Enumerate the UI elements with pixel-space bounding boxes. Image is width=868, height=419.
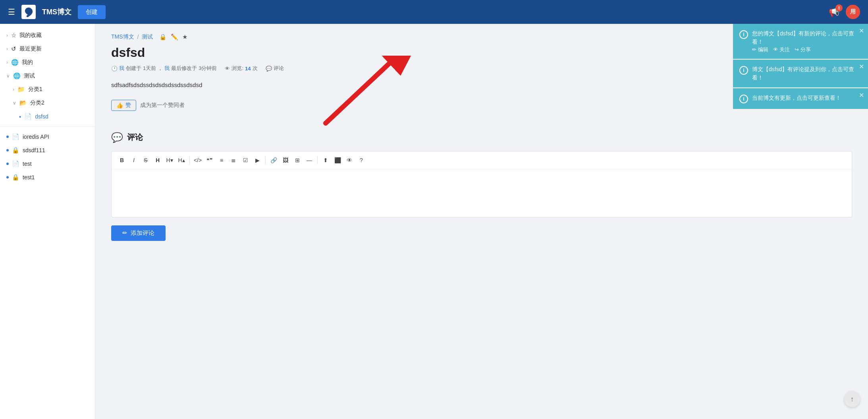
chevron-right-icon: › [6,60,8,65]
sidebar-item-sdsdf111[interactable]: 🔒 sdsdf111 [0,144,95,157]
notif-content-1: 您的博文【dsfsd】有新的评论，点击可查看！ ✏ 编辑 👁 关注 ↪ 分享 [752,29,862,53]
sidebar-item-ioredis[interactable]: 📄 ioredis API [0,130,95,144]
like-button[interactable]: 👍 赞 [111,100,136,111]
play-button[interactable]: ▶ [252,155,263,166]
scroll-to-top-button[interactable]: ↑ [844,391,860,407]
heading-button[interactable]: H [152,155,163,166]
comment-editor-body[interactable] [112,169,852,217]
like-btn-label: 赞 [125,102,131,109]
app-logo [21,5,36,19]
notif-share-btn[interactable]: ↪ 分享 [795,46,811,53]
dot-icon [6,136,9,138]
edit-icon: ✏ [122,229,127,237]
sidebar-test1-label: test1 [23,174,89,180]
notif-follow-btn[interactable]: 👁 关注 [773,46,790,53]
edit-icon[interactable]: ✏️ [171,33,178,41]
link-button[interactable]: 🔗 [268,155,279,166]
unordered-list-button[interactable]: ≡ [216,155,227,166]
up-arrow-icon: ↑ [851,395,854,403]
breadcrumb-actions: 🔒 ✏️ ★ [159,33,187,41]
star-icon[interactable]: ★ [182,33,187,41]
heading-up-button[interactable]: H▴ [176,155,187,166]
eye-icon: 👁 [225,66,230,72]
user-avatar[interactable]: 用 [846,5,860,19]
notif-actions-1: ✏ 编辑 👁 关注 ↪ 分享 [752,46,862,53]
table-button[interactable]: ⊞ [292,155,303,166]
italic-button[interactable]: I [128,155,139,166]
sidebar-mine-label: 我的 [22,59,89,66]
app-title: TMS博文 [42,7,71,17]
toolbar-separator [189,156,190,164]
code-button[interactable]: </> [192,155,203,166]
notif-close-3[interactable]: ✕ [859,91,864,99]
article-created-meta: 🕐 我 创建于 1天前 ， 我 最后修改于 3分钟前 [111,65,217,72]
upload-button[interactable]: ⬆ [320,155,331,166]
chevron-down-icon: ∨ [13,100,16,106]
meta-author[interactable]: 我 [119,65,124,72]
ordered-list-button[interactable]: ≣ [228,155,239,166]
meta-modifier[interactable]: 我 [164,65,170,72]
sidebar-item-favorites[interactable]: › ☆ 我的收藏 [0,29,95,42]
sidebar-item-test[interactable]: ∨ 🌐 测试 [0,69,95,83]
notification-item-2[interactable]: i 博文【dsfsd】有评论提及到你，点击可查看！ ✕ [733,60,868,87]
preview-button[interactable]: 👁 [344,155,355,166]
sidebar-item-cat2[interactable]: ∨ 📂 分类2 [0,96,95,110]
embed-button[interactable]: ⬛ [332,155,343,166]
heading-down-button[interactable]: H▾ [164,155,175,166]
help-button[interactable]: ? [356,155,367,166]
sidebar-test-page-label: test [23,161,89,167]
notification-item-1[interactable]: i 您的博文【dsfsd】有新的评论，点击可查看！ ✏ 编辑 👁 关注 ↪ 分享… [733,24,868,59]
comment-icon: 💬 [266,66,272,72]
lock-icon[interactable]: 🔒 [159,33,167,41]
like-prompt: 成为第一个赞同者 [140,102,185,109]
breadcrumb-separator: / [137,34,139,40]
sidebar-item-dsfsd[interactable]: • 📄 dsfsd [0,110,95,123]
sidebar-test-label: 测试 [24,72,89,80]
dot-icon [6,163,9,165]
meta-created-prefix: 创建于 [126,65,141,72]
app-header: ☰ TMS博文 创建 📢 8 用 [0,0,868,24]
document-icon: 📄 [12,160,19,167]
create-button[interactable]: 创建 [78,5,106,19]
meta-created-ago: 1天前 [143,65,156,72]
sidebar-item-mine[interactable]: › 🌐 我的 [0,56,95,69]
add-comment-label: 添加评论 [131,229,154,237]
sidebar-item-test1[interactable]: 🔒 test1 [0,171,95,184]
sidebar-sdsdf111-label: sdsdf111 [23,147,89,153]
sidebar-item-cat1[interactable]: › 📁 分类1 [0,83,95,96]
checkbox-button[interactable]: ☑ [240,155,251,166]
toolbar-separator [317,156,318,164]
globe-icon: 🌐 [13,72,21,80]
document-icon: 📄 [24,113,32,120]
strikethrough-button[interactable]: S [140,155,151,166]
chevron-right-icon: › [13,87,14,92]
lock-icon: 🔒 [12,174,19,181]
sidebar-dsfsd-label: dsfsd [35,113,89,120]
comments-label: 评论 [274,65,284,72]
sidebar-item-test-page[interactable]: 📄 test [0,157,95,171]
notif-close-1[interactable]: ✕ [859,27,864,35]
bold-button[interactable]: B [116,155,127,166]
menu-icon[interactable]: ☰ [8,7,15,17]
comments-title: 评论 [127,132,143,143]
notification-bell[interactable]: 📢 8 [829,7,839,17]
notif-close-2[interactable]: ✕ [859,63,864,70]
toolbar-separator [265,156,266,164]
breadcrumb-root[interactable]: TMS博文 [111,33,134,41]
quote-button[interactable]: ❝❞ [204,155,215,166]
notif-edit-btn[interactable]: ✏ 编辑 [752,46,768,53]
add-comment-button[interactable]: ✏ 添加评论 [111,225,166,241]
meta-modified-ago: 3分钟前 [199,65,217,72]
sidebar-item-recent[interactable]: › ↺ 最近更新 [0,42,95,56]
chevron-right-icon: › [6,33,8,38]
star-icon: ☆ [11,32,16,39]
notification-item-3[interactable]: i 当前博文有更新，点击可更新查看！ ✕ [733,88,868,109]
breadcrumb-current[interactable]: 测试 [142,33,153,41]
comments-section-header: 💬 评论 [111,132,852,143]
history-icon: ↺ [11,45,16,52]
divider-button[interactable]: — [304,155,315,166]
folder-icon: 📁 [17,86,25,93]
bullet-icon: • [19,113,21,120]
image-button[interactable]: 🖼 [280,155,291,166]
document-icon: 📄 [12,133,19,140]
